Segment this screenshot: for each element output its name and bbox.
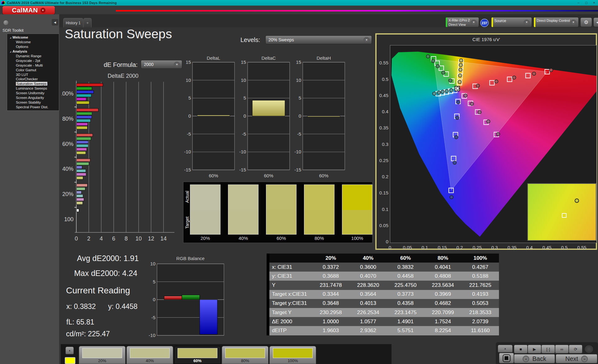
sidebar-item-screen-uniformity[interactable]: Screen Uniformity bbox=[7, 91, 59, 96]
deltae-bar bbox=[77, 169, 86, 172]
back-label: Back bbox=[532, 355, 546, 362]
row-label: ΔE 2000 bbox=[269, 319, 312, 325]
current-y: y: 0.4458 bbox=[108, 302, 138, 311]
de-formula-select[interactable]: 2000 ▼ bbox=[141, 60, 182, 69]
deltae-bar bbox=[77, 162, 89, 165]
svg-text:10: 10 bbox=[150, 261, 155, 266]
sidebar-item-luminance-sweeps[interactable]: Luminance Sweeps bbox=[7, 86, 59, 91]
sidebar-item-grayscale-multi[interactable]: Grayscale - Multi bbox=[7, 63, 59, 68]
deltae-bar bbox=[77, 87, 92, 90]
swatch-actual bbox=[190, 185, 220, 210]
sidebar-item-label: Color Gamut bbox=[16, 68, 36, 72]
stop-large-button[interactable] bbox=[499, 353, 514, 363]
cell-value: 0.4041 bbox=[424, 264, 462, 270]
deltae-bar bbox=[77, 109, 98, 112]
svg-text:-5: -5 bbox=[187, 131, 191, 137]
svg-text:DeltaE 2000: DeltaE 2000 bbox=[107, 73, 138, 79]
sidebar-item-welcome[interactable]: ◢Welcome bbox=[7, 35, 59, 40]
cell-value: 0.3832 bbox=[387, 264, 424, 270]
up-arrow-icon: ▲ bbox=[69, 349, 71, 352]
sidebar-item-analysis[interactable]: ◢Analysis bbox=[7, 49, 59, 54]
chevron-down-icon: ▼ bbox=[570, 20, 577, 25]
stop-icon: ■ bbox=[520, 347, 522, 352]
swatch-label: 40% bbox=[228, 236, 259, 241]
cie-x-tick: 0.15 bbox=[435, 245, 449, 250]
swatch-target bbox=[228, 210, 258, 234]
play-measure-button[interactable]: ▶ bbox=[528, 345, 541, 353]
pattern-strip-expand-button[interactable]: ▲ bbox=[65, 347, 74, 354]
sidebar-item-welcome[interactable]: Welcome bbox=[7, 40, 59, 44]
collapse-right-panel-button[interactable]: ◀ bbox=[593, 17, 598, 27]
gear-icon: ⚙ bbox=[584, 19, 588, 25]
svg-text:5: 5 bbox=[188, 95, 191, 100]
stop-measure-button[interactable]: ■ bbox=[514, 345, 528, 353]
pattern-color-window[interactable] bbox=[65, 357, 75, 364]
source-dropdown[interactable]: Source ▼ bbox=[491, 17, 532, 27]
pattern-button-40%[interactable]: 40% bbox=[126, 346, 173, 364]
sidebar-item-options[interactable]: Options bbox=[7, 44, 59, 49]
svg-text:0: 0 bbox=[299, 113, 301, 119]
cie-plot-area bbox=[390, 45, 597, 243]
sidebar-item-color-gamut[interactable]: Color Gamut bbox=[7, 68, 59, 72]
swatch-target bbox=[304, 210, 334, 234]
deltae-bar bbox=[77, 123, 88, 126]
display-control-dropdown[interactable]: Direct Display Control ▼ bbox=[534, 17, 579, 27]
sidebar-item-3d-lut[interactable]: 3D LUT bbox=[7, 72, 59, 77]
svg-text:5: 5 bbox=[153, 279, 155, 284]
source-label: Source bbox=[494, 19, 506, 23]
svg-text:5: 5 bbox=[244, 95, 246, 100]
deltae-bar bbox=[77, 115, 92, 119]
cell-value: 0.3600 bbox=[349, 264, 387, 270]
pattern-button-60%[interactable]: 60% bbox=[174, 346, 221, 364]
sidebar-item-grayscale-2pt[interactable]: Grayscale - 2pt bbox=[7, 58, 59, 63]
pattern-button-80%[interactable]: 80% bbox=[222, 346, 268, 364]
table-row: Target y:CIE310.36480.40130.43580.46820.… bbox=[267, 299, 499, 308]
deltae-bar bbox=[77, 126, 88, 129]
levels-select[interactable]: 20% Sweeps ▼ bbox=[265, 35, 372, 44]
continuous-measure-button[interactable]: ∞ bbox=[555, 345, 569, 353]
sidebar-item-saturation-sweeps[interactable]: Saturation Sweeps bbox=[7, 82, 59, 86]
pattern-button-100%[interactable]: 100% bbox=[269, 346, 316, 364]
next-button[interactable]: Next » bbox=[556, 354, 597, 363]
calman-menu-button[interactable]: CalMAN ▼ bbox=[2, 6, 55, 14]
swatch-actual bbox=[266, 185, 296, 210]
meter-dropdown[interactable]: X-Rite i1Pro 2 Direct View ▼ bbox=[445, 17, 479, 27]
minimize-icon[interactable]: ─ bbox=[575, 0, 582, 6]
deltae-bar bbox=[77, 133, 93, 137]
tree-expanded-icon[interactable]: ◢ bbox=[8, 50, 12, 53]
sidebar-item-screen-stability[interactable]: Screen Stability bbox=[7, 100, 59, 105]
sidebar-item-label: Screen Angularity bbox=[16, 96, 44, 100]
svg-text:15: 15 bbox=[186, 59, 191, 65]
tab-history-1[interactable]: History 1 bbox=[63, 18, 83, 27]
svg-text:14: 14 bbox=[160, 236, 167, 242]
pattern-button-20%[interactable]: 20% bbox=[79, 346, 126, 364]
sidebar-item-screen-angularity[interactable]: Screen Angularity bbox=[7, 96, 59, 100]
next-label: Next bbox=[565, 355, 578, 362]
settings-button[interactable]: ⚙ bbox=[580, 17, 592, 27]
meter-count-badge[interactable]: 237 bbox=[480, 19, 489, 27]
delta-h-chart: 151050-5-10-15DeltaH60% bbox=[292, 55, 349, 184]
svg-text:60%: 60% bbox=[264, 173, 273, 178]
sidebar-item-dynamic-range[interactable]: Dynamic Range bbox=[7, 54, 59, 58]
controls-expand-button[interactable]: ▲ bbox=[498, 345, 513, 352]
table-col-100%: 100% bbox=[462, 255, 499, 261]
row-label: Target Y bbox=[269, 310, 312, 316]
close-icon[interactable]: ✕ bbox=[590, 0, 598, 6]
sidebar-item-spectral-power-dist-[interactable]: Spectral Power Dist. bbox=[7, 105, 59, 109]
cell-value: 11.6160 bbox=[462, 328, 499, 334]
collapse-sidebar-button[interactable]: ◀ bbox=[52, 19, 58, 26]
cie-x-tick: 0.5 bbox=[558, 245, 571, 250]
back-button[interactable]: « Back bbox=[514, 354, 555, 363]
sidebar-dot-button[interactable] bbox=[3, 20, 9, 26]
sidebar-item-colorchecker[interactable]: ColorChecker bbox=[7, 77, 59, 82]
pattern-chip bbox=[130, 348, 170, 358]
single-measure-button[interactable]: [·] bbox=[541, 345, 555, 353]
up-arrow-icon: ▲ bbox=[504, 347, 506, 350]
current-x: x: 0.3832 bbox=[66, 302, 96, 311]
add-tab-button[interactable]: + bbox=[83, 18, 92, 27]
tree-expanded-icon[interactable]: ◢ bbox=[8, 36, 12, 39]
loop-measure-button[interactable]: ⟳ bbox=[569, 345, 582, 353]
table-header-row: 20%40%60%80%100% bbox=[267, 254, 499, 263]
maximize-icon[interactable]: ▢ bbox=[582, 0, 590, 6]
cie-x-tick: 0.35 bbox=[505, 245, 519, 250]
